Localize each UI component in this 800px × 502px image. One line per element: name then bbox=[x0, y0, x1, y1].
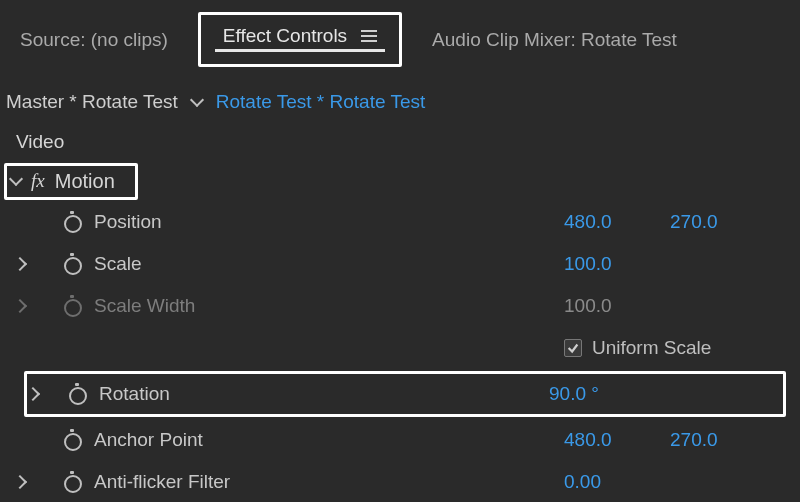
anchor-x-value[interactable]: 480.0 bbox=[564, 429, 634, 451]
anchor-y-value[interactable]: 270.0 bbox=[670, 429, 740, 451]
prop-scale-width-row: Scale Width 100.0 bbox=[6, 285, 794, 327]
effect-motion-label[interactable]: Motion bbox=[55, 170, 115, 193]
tab-source[interactable]: Source: (no clips) bbox=[12, 25, 176, 55]
motion-toggle[interactable] bbox=[11, 170, 21, 192]
effect-motion-row: fx Motion bbox=[6, 161, 794, 201]
tab-source-label: Source: (no clips) bbox=[20, 29, 168, 51]
prop-rotation-label[interactable]: Rotation bbox=[99, 383, 170, 405]
scale-width-expand bbox=[6, 301, 34, 311]
effect-controls-panel: Source: (no clips) Effect Controls Audio… bbox=[0, 0, 800, 502]
stopwatch-icon[interactable] bbox=[67, 385, 85, 403]
chevron-down-icon[interactable] bbox=[192, 91, 202, 113]
prop-scale-width-label: Scale Width bbox=[94, 295, 195, 317]
tab-effect-controls-label: Effect Controls bbox=[223, 25, 347, 47]
motion-properties: Position 480.0 270.0 Scale 100.0 Scale bbox=[6, 201, 794, 502]
highlight-effect-controls: Effect Controls bbox=[198, 12, 402, 67]
stopwatch-icon[interactable] bbox=[62, 213, 80, 231]
breadcrumb-master[interactable]: Master * Rotate Test bbox=[6, 91, 178, 113]
highlight-motion: fx Motion bbox=[4, 163, 138, 200]
clip-breadcrumb: Master * Rotate Test Rotate Test * Rotat… bbox=[6, 81, 794, 123]
panel-tabbar: Source: (no clips) Effect Controls Audio… bbox=[6, 4, 794, 81]
prop-scale-row: Scale 100.0 bbox=[6, 243, 794, 285]
stopwatch-icon[interactable] bbox=[62, 473, 80, 491]
check-icon bbox=[566, 341, 580, 355]
section-video: Video bbox=[6, 123, 794, 161]
scale-value[interactable]: 100.0 bbox=[564, 253, 634, 275]
position-y-value[interactable]: 270.0 bbox=[670, 211, 740, 233]
prop-anchor-row: Anchor Point 480.0 270.0 bbox=[6, 419, 794, 461]
antiflicker-expand[interactable] bbox=[6, 477, 34, 487]
panel-menu-icon[interactable] bbox=[361, 30, 377, 42]
prop-position-label[interactable]: Position bbox=[94, 211, 162, 233]
prop-scale-label[interactable]: Scale bbox=[94, 253, 142, 275]
stopwatch-icon[interactable] bbox=[62, 431, 80, 449]
scale-expand[interactable] bbox=[6, 259, 34, 269]
uniform-scale-checkbox[interactable] bbox=[564, 339, 582, 357]
tab-audio-mixer-label: Audio Clip Mixer: Rotate Test bbox=[432, 29, 677, 51]
tab-audio-mixer[interactable]: Audio Clip Mixer: Rotate Test bbox=[424, 25, 685, 55]
prop-position-row: Position 480.0 270.0 bbox=[6, 201, 794, 243]
stopwatch-icon[interactable] bbox=[62, 255, 80, 273]
fx-badge: fx bbox=[31, 170, 45, 192]
breadcrumb-clip[interactable]: Rotate Test * Rotate Test bbox=[216, 91, 425, 113]
rotation-value[interactable]: 90.0 ° bbox=[549, 383, 619, 405]
stopwatch-icon bbox=[62, 297, 80, 315]
prop-uniform-scale-row: Uniform Scale bbox=[6, 327, 794, 369]
tab-effect-controls[interactable]: Effect Controls bbox=[215, 21, 385, 52]
prop-rotation-row: Rotation 90.0 ° bbox=[24, 371, 786, 417]
section-video-label: Video bbox=[16, 131, 64, 152]
uniform-scale-label[interactable]: Uniform Scale bbox=[592, 337, 711, 359]
antiflicker-value[interactable]: 0.00 bbox=[564, 471, 634, 493]
prop-anchor-label[interactable]: Anchor Point bbox=[94, 429, 203, 451]
prop-antiflicker-label[interactable]: Anti-flicker Filter bbox=[94, 471, 230, 493]
scale-width-value: 100.0 bbox=[564, 295, 634, 317]
rotation-expand[interactable] bbox=[27, 389, 39, 399]
position-x-value[interactable]: 480.0 bbox=[564, 211, 634, 233]
prop-antiflicker-row: Anti-flicker Filter 0.00 bbox=[6, 461, 794, 502]
